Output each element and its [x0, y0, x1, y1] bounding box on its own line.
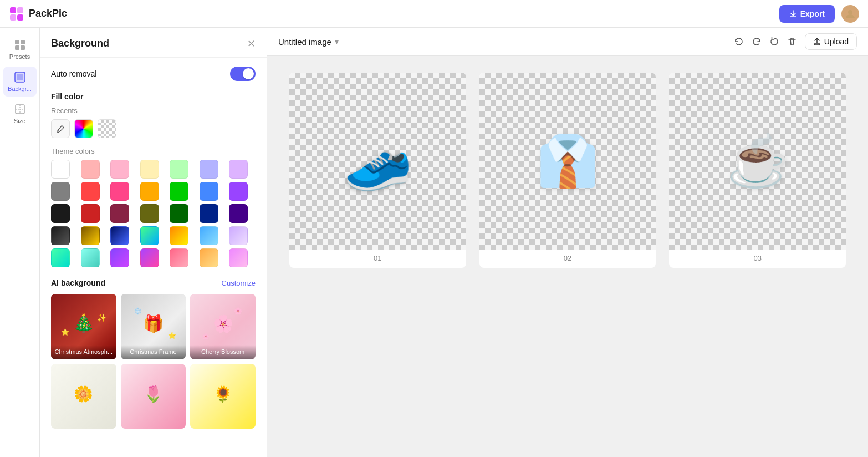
canvas-title-area: Untitled image ▾: [278, 37, 339, 47]
color-grid: [51, 160, 256, 267]
color-swatch-black[interactable]: [51, 204, 70, 223]
fill-color-title: Fill color: [51, 92, 256, 101]
color-swatch-green[interactable]: [170, 182, 188, 201]
delete-button[interactable]: [787, 37, 797, 47]
color-swatch-lightpink[interactable]: [110, 160, 129, 179]
canvas-area: Untitled image ▾: [267, 28, 868, 457]
color-swatch-grad-lavender[interactable]: [229, 226, 248, 245]
auto-removal-toggle[interactable]: [230, 67, 256, 81]
eyedropper-swatch[interactable]: [51, 119, 70, 138]
color-swatch-darkblue[interactable]: [200, 204, 218, 223]
color-swatch-red[interactable]: [81, 182, 100, 201]
ai-bg-cherry-blossom-name: Cherry Blossom: [193, 348, 252, 355]
sidebar-item-background[interactable]: Backgr...: [3, 67, 37, 97]
color-swatch-olive[interactable]: [140, 204, 159, 223]
image-card-01[interactable]: 👟 01: [289, 73, 466, 268]
panel-header: Background ✕: [40, 28, 267, 58]
refresh-button[interactable]: [769, 37, 779, 47]
color-swatch-lightyellow[interactable]: [140, 160, 159, 179]
svg-rect-3: [17, 14, 23, 21]
icon-sidebar: Presets Backgr... Size: [0, 28, 40, 457]
user-avatar[interactable]: [841, 5, 859, 23]
color-swatch-grad-aqua[interactable]: [81, 248, 100, 267]
color-swatch-grad-magenta[interactable]: [140, 248, 159, 267]
svg-rect-7: [15, 45, 19, 50]
color-swatch-grad-rose[interactable]: [170, 248, 188, 267]
color-swatch-orange[interactable]: [140, 182, 159, 201]
ai-bg-white-flowers[interactable]: 🌼: [51, 364, 116, 429]
svg-rect-8: [21, 45, 25, 50]
image-card-03[interactable]: ☕ 03: [669, 73, 846, 268]
undo-button[interactable]: [734, 37, 744, 47]
ai-bg-christmas-atmosphere[interactable]: 🎄 ✨ ⭐ Christmas Atmosph...: [51, 294, 116, 359]
download-icon: [789, 10, 797, 18]
sidebar-item-size[interactable]: Size: [3, 99, 37, 129]
presets-label: Presets: [9, 53, 30, 60]
color-swatch-wine[interactable]: [110, 204, 129, 223]
recent-colors: [51, 119, 256, 138]
export-button[interactable]: Export: [779, 5, 835, 23]
ai-bg-yellow-flowers[interactable]: 🌻: [190, 364, 256, 429]
ai-background-grid: 🎄 ✨ ⭐ Christmas Atmosph... 🎁 ❄️ ⭐: [51, 294, 256, 429]
color-swatch-darkpurple[interactable]: [229, 204, 248, 223]
size-label: Size: [14, 118, 25, 124]
transparent-swatch[interactable]: [98, 119, 116, 138]
auto-removal-label: Auto removal: [51, 69, 96, 78]
customize-link[interactable]: Customize: [222, 279, 256, 287]
color-swatch-lightred[interactable]: [81, 160, 100, 179]
color-swatch-hotpink[interactable]: [110, 182, 129, 201]
canvas-toolbar: Untitled image ▾: [267, 28, 868, 56]
panel-body: Auto removal Fill color Recents: [40, 58, 267, 457]
color-swatch-darkgreen[interactable]: [170, 204, 188, 223]
logo-text: PackPic: [29, 8, 67, 19]
color-swatch-blue[interactable]: [200, 182, 218, 201]
ai-background-header: AI background Customize: [51, 278, 256, 287]
rainbow-swatch[interactable]: [74, 119, 93, 138]
color-swatch-grad-teal[interactable]: [140, 226, 159, 245]
ai-bg-christmas-atmosphere-name: Christmas Atmosph...: [54, 348, 113, 355]
image-label-01: 01: [374, 250, 381, 268]
color-swatch-darkred[interactable]: [81, 204, 100, 223]
canvas-actions: Upload: [734, 33, 857, 50]
canvas-title-chevron-icon[interactable]: ▾: [335, 37, 339, 46]
image-card-02[interactable]: 👔 02: [479, 73, 656, 268]
color-swatch-grad-mint[interactable]: [51, 248, 70, 267]
recents-label: Recents: [51, 106, 256, 115]
ai-bg-christmas-frame-name: Christmas Frame: [124, 348, 183, 355]
ai-bg-christmas-frame[interactable]: 🎁 ❄️ ⭐ Christmas Frame: [121, 294, 186, 359]
color-swatch-grad-pink[interactable]: [229, 248, 248, 267]
svg-rect-6: [21, 40, 25, 44]
upload-button[interactable]: Upload: [805, 33, 857, 50]
canvas-title: Untitled image: [278, 37, 331, 47]
color-swatch-grad-peach[interactable]: [200, 248, 218, 267]
background-icon: [14, 71, 26, 83]
color-swatch-gray[interactable]: [51, 182, 70, 201]
svg-point-13: [58, 130, 59, 131]
color-swatch-grad-blue[interactable]: [110, 226, 129, 245]
panel-close-button[interactable]: ✕: [247, 39, 256, 49]
upload-icon: [813, 38, 821, 45]
color-swatch-white[interactable]: [51, 160, 70, 179]
svg-rect-1: [17, 7, 23, 13]
color-swatch-purple[interactable]: [229, 182, 248, 201]
svg-rect-11: [17, 74, 23, 80]
svg-rect-5: [15, 40, 19, 44]
canvas-content: 👟 01 👔 02 ☕ 03: [267, 56, 868, 457]
color-swatch-grad-lightblue[interactable]: [200, 226, 218, 245]
ai-bg-cherry-blossom[interactable]: 🌸 🌸 🌸 Cherry Blossom: [190, 294, 256, 359]
color-swatch-lightblue[interactable]: [200, 160, 218, 179]
fill-color-section: Fill color Recents Theme colors: [51, 92, 256, 267]
redo-button[interactable]: [752, 37, 762, 47]
size-icon: [14, 103, 26, 115]
auto-removal-row: Auto removal: [51, 67, 256, 81]
color-swatch-grad-orange[interactable]: [170, 226, 188, 245]
color-swatch-grad-gold[interactable]: [81, 226, 100, 245]
color-swatch-grad-black[interactable]: [51, 226, 70, 245]
color-swatch-grad-violet[interactable]: [110, 248, 129, 267]
color-swatch-lightpurple[interactable]: [229, 160, 248, 179]
background-label: Backgr...: [8, 85, 32, 92]
presets-icon: [14, 39, 26, 51]
sidebar-item-presets[interactable]: Presets: [3, 34, 37, 64]
ai-bg-pink-flowers[interactable]: 🌷: [121, 364, 186, 429]
color-swatch-lightgreen[interactable]: [170, 160, 188, 179]
